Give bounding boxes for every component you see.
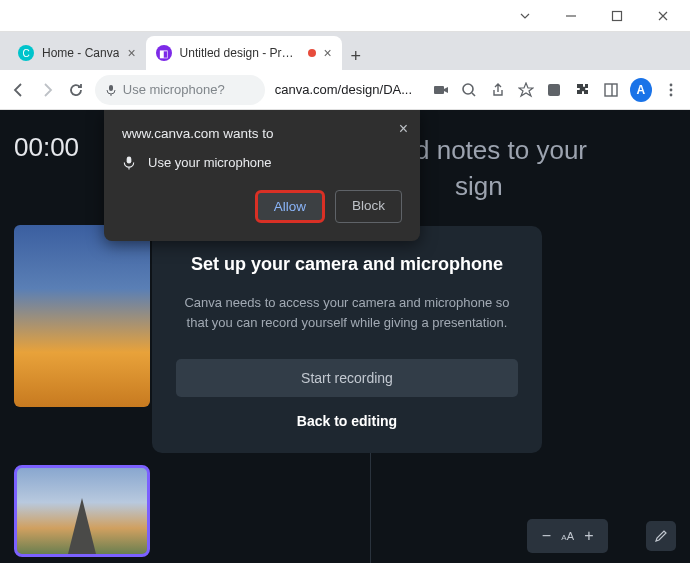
tab-title: Home - Canva: [42, 46, 119, 60]
text-smaller-button[interactable]: −: [533, 523, 559, 549]
permission-title: www.canva.com wants to: [122, 126, 402, 141]
block-button[interactable]: Block: [335, 190, 402, 223]
puzzle-icon[interactable]: [573, 80, 591, 100]
start-recording-button[interactable]: Start recording: [176, 359, 518, 397]
url-text[interactable]: canva.com/design/DA...: [275, 82, 412, 97]
window-titlebar: [0, 0, 690, 32]
edit-button[interactable]: [646, 521, 676, 551]
reload-button[interactable]: [67, 80, 85, 100]
microphone-icon: [122, 156, 136, 170]
svg-rect-2: [109, 85, 113, 91]
window-close-icon[interactable]: [640, 0, 686, 32]
tab-close-icon[interactable]: ×: [324, 45, 332, 61]
permission-close-icon[interactable]: ×: [399, 120, 408, 138]
setup-modal: Set up your camera and microphone Canva …: [152, 226, 542, 453]
svg-line-5: [472, 93, 475, 96]
window-chevron-icon[interactable]: [502, 0, 548, 32]
extensions-icon[interactable]: [545, 80, 563, 100]
permission-mic-row: Use your microphone: [122, 155, 402, 170]
sidepanel-icon[interactable]: [602, 80, 620, 100]
svg-rect-6: [548, 84, 560, 96]
svg-rect-1: [613, 11, 622, 20]
mic-hint-text: Use microphone?: [123, 82, 225, 97]
forward-button[interactable]: [38, 80, 56, 100]
tab-title: Untitled design - Presen: [180, 46, 300, 60]
allow-button[interactable]: Allow: [255, 190, 325, 223]
svg-point-4: [463, 84, 473, 94]
back-button[interactable]: [10, 80, 28, 100]
svg-point-10: [669, 88, 672, 91]
recording-timer: 00:00: [14, 132, 79, 163]
tab-home[interactable]: C Home - Canva ×: [8, 36, 146, 70]
svg-point-11: [669, 93, 672, 96]
mic-permission-chip[interactable]: Use microphone?: [95, 75, 265, 105]
canva-favicon-icon: C: [18, 45, 34, 61]
bottom-divider: [370, 445, 371, 563]
tab-strip: C Home - Canva × ◧ Untitled design - Pre…: [0, 32, 690, 70]
recording-indicator-icon: [308, 49, 316, 57]
text-larger-button[interactable]: +: [576, 523, 602, 549]
browser-toolbar: Use microphone? canva.com/design/DA... A: [0, 70, 690, 110]
profile-avatar[interactable]: A: [630, 78, 652, 102]
svg-rect-7: [605, 84, 617, 96]
new-tab-button[interactable]: +: [342, 42, 370, 70]
page-content: 00:00 d notes to your sign Set up your c…: [0, 110, 690, 563]
share-icon[interactable]: [489, 80, 507, 100]
modal-body: Canva needs to access your camera and mi…: [176, 293, 518, 333]
tab-close-icon[interactable]: ×: [127, 45, 135, 61]
permission-mic-label: Use your microphone: [148, 155, 272, 170]
microphone-icon: [105, 84, 117, 96]
window-minimize-icon[interactable]: [548, 0, 594, 32]
zoom-icon[interactable]: [460, 80, 478, 100]
slide-thumbnail-selected[interactable]: [14, 465, 150, 557]
svg-point-9: [669, 83, 672, 86]
camera-icon[interactable]: [432, 80, 450, 100]
permission-dialog: × www.canva.com wants to Use your microp…: [104, 110, 420, 241]
tab-design[interactable]: ◧ Untitled design - Presen ×: [146, 36, 342, 70]
window-maximize-icon[interactable]: [594, 0, 640, 32]
modal-heading: Set up your camera and microphone: [176, 254, 518, 275]
text-size-group: − AAAA +: [527, 519, 608, 553]
svg-rect-12: [127, 156, 132, 163]
avatar-letter: A: [636, 83, 645, 97]
bookmark-icon[interactable]: [517, 80, 535, 100]
eiffel-tower-icon: [68, 498, 96, 554]
canva-design-favicon-icon: ◧: [156, 45, 172, 61]
back-to-editing-button[interactable]: Back to editing: [176, 413, 518, 429]
text-size-label: AAAA: [561, 530, 574, 542]
background-instruction-text: d notes to your sign: [415, 132, 587, 205]
permission-actions: Allow Block: [122, 190, 402, 223]
menu-icon[interactable]: [662, 80, 680, 100]
slide-preview[interactable]: [14, 225, 150, 407]
bottom-toolbar: − AAAA +: [527, 519, 676, 553]
svg-rect-3: [434, 86, 444, 94]
